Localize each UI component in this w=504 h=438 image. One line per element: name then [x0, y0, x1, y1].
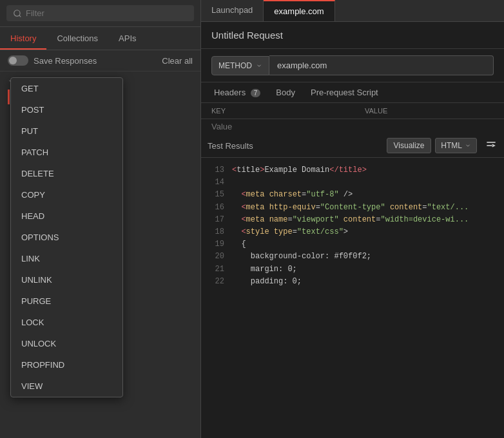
- code-line: 19 {: [206, 238, 499, 251]
- tab-body[interactable]: Body: [268, 82, 303, 102]
- code-content: background-color: #f0f0f2;: [232, 251, 371, 263]
- wrap-lines-icon[interactable]: [485, 139, 498, 152]
- line-num: 19: [206, 238, 224, 251]
- line-num: 21: [206, 263, 224, 276]
- sidebar-tabs: History Collections APIs: [0, 27, 200, 50]
- tab-headers[interactable]: Headers 7: [206, 82, 268, 102]
- search-bar: [0, 0, 200, 27]
- line-num: 22: [206, 276, 224, 288]
- code-line: 18 <style type="text/css">: [206, 226, 499, 238]
- request-tabs: Headers 7 Body Pre-request Script: [201, 82, 504, 103]
- request-title: Untitled Request: [201, 22, 504, 49]
- save-responses-label: Save Responses: [34, 56, 97, 66]
- col-key-header: KEY: [211, 107, 365, 115]
- code-line: 20 background-color: #f0f0f2;: [206, 251, 499, 263]
- line-num: 18: [206, 226, 224, 238]
- code-content: <meta charset="utf-8" />: [232, 189, 353, 201]
- code-content: <meta name="viewport" content="width=dev…: [232, 214, 469, 226]
- tab-collections[interactable]: Collections: [46, 27, 108, 50]
- code-content: <meta http-equiv="Content-type" content=…: [232, 202, 469, 214]
- value-row: [201, 119, 504, 134]
- tab-launchpad[interactable]: Launchpad: [201, 0, 264, 21]
- svg-line-1: [19, 15, 21, 17]
- url-input[interactable]: [269, 55, 494, 75]
- col-value-header: VALUE: [365, 107, 494, 115]
- tab-example[interactable]: example.com: [264, 0, 334, 21]
- code-line: 14: [206, 176, 499, 189]
- method-dropdown[interactable]: METHOD: [211, 56, 269, 75]
- save-responses-toggle[interactable]: [8, 55, 28, 66]
- clear-all-button[interactable]: Clear all: [162, 56, 193, 66]
- code-content: padding: 0;: [232, 276, 302, 288]
- chevron-down-icon: [256, 62, 262, 69]
- col-headers: KEY VALUE: [201, 103, 504, 119]
- code-line: 16 <meta http-equiv="Content-type" conte…: [206, 202, 499, 214]
- line-num: 16: [206, 202, 224, 214]
- tab-pre-request[interactable]: Pre-request Script: [303, 82, 386, 102]
- save-responses-row: Save Responses Clear all: [0, 50, 200, 71]
- main-content: Launchpad example.com Untitled Request M…: [201, 0, 504, 438]
- code-content: {: [232, 238, 246, 251]
- toggle-wrapper: Save Responses: [8, 55, 97, 66]
- value-input[interactable]: [211, 122, 494, 131]
- code-content: <title>Example Domain</title>: [232, 164, 367, 176]
- code-line: 17 <meta name="viewport" content="width=…: [206, 214, 499, 226]
- search-input[interactable]: [26, 8, 188, 18]
- svg-point-0: [14, 10, 20, 15]
- line-num: 17: [206, 214, 224, 226]
- browser-tabs-row: Launchpad example.com: [201, 0, 504, 22]
- line-num: 20: [206, 251, 224, 263]
- html-format-dropdown[interactable]: HTML: [435, 138, 477, 153]
- response-area: Test Results Visualize HTML 13 <title>Ex: [201, 134, 504, 438]
- code-line: 15 <meta charset="utf-8" />: [206, 189, 499, 201]
- test-results-tab[interactable]: Test Results: [208, 141, 253, 151]
- tab-history[interactable]: History: [0, 27, 46, 50]
- code-content: margin: 0;: [232, 263, 297, 276]
- line-num: 15: [206, 189, 224, 201]
- code-content: <style type="text/css">: [232, 226, 348, 238]
- chevron-down-icon: [465, 142, 471, 149]
- tab-apis[interactable]: APIs: [108, 27, 146, 50]
- line-num: 13: [206, 164, 224, 176]
- response-tabs-row: Test Results Visualize HTML: [201, 134, 504, 158]
- code-line: 13 <title>Example Domain</title>: [206, 164, 499, 176]
- headers-badge: 7: [251, 89, 261, 97]
- visualize-button[interactable]: Visualize: [387, 138, 432, 153]
- line-num: 14: [206, 176, 224, 189]
- code-area: 13 <title>Example Domain</title> 14 15 <…: [201, 158, 504, 438]
- search-wrapper: [6, 5, 194, 21]
- code-line: 21 margin: 0;: [206, 263, 499, 276]
- method-label: METHOD: [218, 61, 252, 70]
- code-line: 22 padding: 0;: [206, 276, 499, 288]
- url-bar: METHOD: [201, 49, 504, 82]
- search-icon: [13, 9, 22, 18]
